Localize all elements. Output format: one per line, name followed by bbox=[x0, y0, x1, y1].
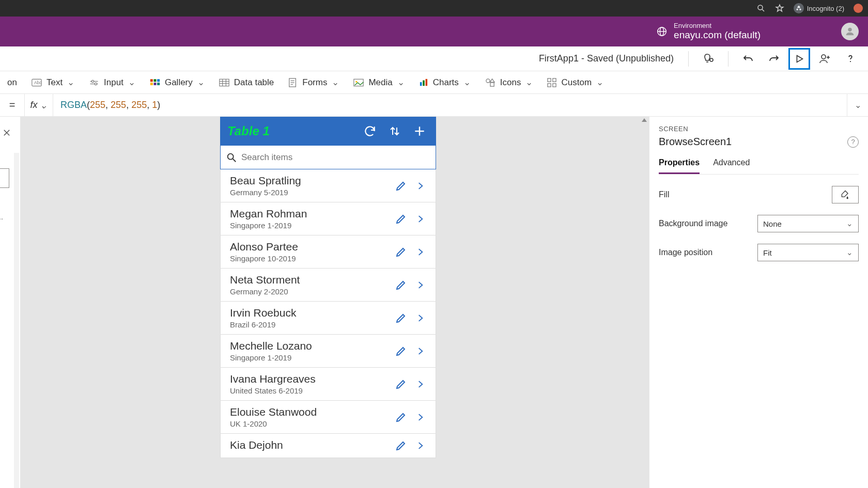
svg-rect-37 bbox=[423, 80, 425, 86]
list-item[interactable]: Mechelle Lozano Singapore 1-2019 bbox=[221, 335, 436, 368]
svg-point-39 bbox=[486, 78, 490, 82]
list-item[interactable]: Beau Spratling Germany 5-2019 bbox=[221, 169, 436, 202]
search-box[interactable] bbox=[220, 146, 436, 169]
svg-line-54 bbox=[233, 159, 236, 162]
help-button[interactable] bbox=[839, 49, 862, 69]
edit-icon[interactable] bbox=[393, 411, 409, 423]
preview-play-button[interactable] bbox=[788, 48, 810, 70]
chevron-right-icon[interactable] bbox=[413, 379, 428, 389]
item-title: Neta Storment bbox=[230, 274, 389, 286]
chevron-right-icon[interactable] bbox=[413, 440, 428, 451]
tab-properties[interactable]: Properties bbox=[659, 155, 700, 174]
fill-color-picker[interactable] bbox=[832, 186, 859, 203]
svg-rect-19 bbox=[150, 79, 153, 82]
insert-gallery[interactable]: Gallery ⌄ bbox=[150, 77, 205, 88]
edit-icon[interactable] bbox=[393, 213, 409, 225]
environment-picker[interactable]: Environment enayu.com (default) bbox=[656, 22, 761, 41]
edit-icon[interactable] bbox=[393, 439, 409, 452]
list-item[interactable]: Elouise Stanwood UK 1-2020 bbox=[221, 401, 436, 434]
separator bbox=[728, 51, 729, 67]
globe-icon bbox=[656, 26, 668, 37]
insert-data-table[interactable]: Data table bbox=[219, 77, 274, 88]
insert-text[interactable]: Abc Text ⌄ bbox=[32, 77, 74, 88]
chevron-right-icon[interactable] bbox=[413, 412, 428, 422]
property-selector[interactable]: = bbox=[0, 94, 25, 116]
bookmark-star-icon[interactable] bbox=[775, 4, 784, 13]
img-pos-value: Fit bbox=[763, 248, 772, 257]
chevron-right-icon[interactable] bbox=[413, 181, 428, 191]
separator bbox=[688, 51, 689, 67]
svg-point-0 bbox=[758, 5, 763, 10]
chevron-down-icon: ⌄ bbox=[197, 77, 205, 88]
undo-button[interactable] bbox=[737, 49, 760, 69]
tab-advanced[interactable]: Advanced bbox=[713, 155, 750, 174]
ribbon-fragment[interactable]: on bbox=[7, 77, 17, 88]
list-item[interactable]: Alonso Partee Singapore 10-2019 bbox=[221, 235, 436, 269]
item-subtitle: United States 6-2019 bbox=[230, 386, 389, 395]
insert-icons[interactable]: Icons ⌄ bbox=[485, 77, 533, 88]
share-button[interactable] bbox=[813, 49, 836, 69]
item-subtitle: Singapore 1-2019 bbox=[230, 221, 389, 230]
bg-image-dropdown[interactable]: None ⌄ bbox=[757, 215, 859, 232]
user-avatar[interactable] bbox=[841, 23, 859, 40]
chevron-right-icon[interactable] bbox=[413, 313, 428, 323]
insert-forms[interactable]: Forms ⌄ bbox=[288, 77, 339, 88]
tree-search-stub[interactable] bbox=[0, 168, 9, 188]
canvas-area[interactable]: Table 1 Beau Spratling Germany 5-2019 bbox=[21, 117, 649, 488]
svg-marker-41 bbox=[490, 78, 494, 82]
edit-icon[interactable] bbox=[393, 180, 409, 192]
profile-avatar-icon[interactable] bbox=[854, 4, 863, 13]
chevron-right-icon[interactable] bbox=[413, 214, 428, 224]
svg-text:Abc: Abc bbox=[34, 80, 41, 85]
incognito-indicator[interactable]: Incognito (2) bbox=[794, 3, 844, 13]
chevron-right-icon[interactable] bbox=[413, 346, 428, 356]
search-input[interactable] bbox=[241, 152, 430, 163]
app-checker-button[interactable] bbox=[697, 49, 720, 69]
browse-screen-preview[interactable]: Table 1 Beau Spratling Germany 5-2019 bbox=[220, 117, 436, 458]
more-icon[interactable]: .. bbox=[0, 213, 3, 221]
canvas-scroll-up[interactable] bbox=[641, 117, 648, 125]
svg-point-12 bbox=[850, 60, 851, 61]
insert-custom[interactable]: Custom ⌄ bbox=[547, 77, 603, 88]
fx-button[interactable]: fx ⌄ bbox=[25, 94, 53, 116]
edit-icon[interactable] bbox=[393, 246, 409, 258]
list-item[interactable]: Kia Dejohn bbox=[221, 434, 436, 458]
item-title: Ivana Hargreaves bbox=[230, 373, 389, 385]
insert-input[interactable]: Input ⌄ bbox=[89, 77, 135, 88]
browser-chrome: Incognito (2) bbox=[0, 0, 868, 17]
properties-tabs: Properties Advanced bbox=[659, 155, 859, 175]
item-title: Mechelle Lozano bbox=[230, 340, 389, 352]
item-subtitle: Singapore 10-2019 bbox=[230, 254, 389, 263]
svg-rect-36 bbox=[420, 82, 422, 86]
tree-scrollbar[interactable] bbox=[14, 153, 19, 488]
list-item[interactable]: Irvin Roebuck Brazil 6-2019 bbox=[221, 302, 436, 335]
label-icon: Abc bbox=[32, 78, 42, 87]
zoom-icon[interactable] bbox=[756, 4, 766, 13]
redo-button[interactable] bbox=[763, 49, 785, 69]
sort-button[interactable] bbox=[385, 122, 404, 140]
chevron-right-icon[interactable] bbox=[413, 247, 428, 257]
list-item[interactable]: Neta Storment Germany 2-2020 bbox=[221, 269, 436, 302]
chevron-right-icon[interactable] bbox=[413, 280, 428, 290]
insert-media[interactable]: Media ⌄ bbox=[353, 77, 404, 88]
svg-marker-48 bbox=[642, 118, 647, 122]
edit-icon[interactable] bbox=[393, 345, 409, 357]
img-pos-dropdown[interactable]: Fit ⌄ bbox=[757, 244, 859, 261]
add-button[interactable] bbox=[410, 122, 429, 140]
edit-icon[interactable] bbox=[393, 279, 409, 291]
expand-formula-button[interactable]: ⌄ bbox=[847, 100, 868, 110]
section-label: SCREEN bbox=[659, 125, 859, 133]
list-item[interactable]: Megan Rohman Singapore 1-2019 bbox=[221, 202, 436, 235]
list-item[interactable]: Ivana Hargreaves United States 6-2019 bbox=[221, 368, 436, 401]
edit-icon[interactable] bbox=[393, 312, 409, 324]
gallery-icon bbox=[150, 78, 160, 87]
insert-charts[interactable]: Charts ⌄ bbox=[419, 77, 471, 88]
info-icon[interactable]: ? bbox=[847, 136, 859, 148]
insert-ribbon: on Abc Text ⌄ Input ⌄ Gallery ⌄ Data tab… bbox=[0, 71, 868, 94]
close-icon[interactable] bbox=[2, 128, 11, 137]
item-title: Irvin Roebuck bbox=[230, 307, 389, 319]
formula-input[interactable]: RGBA(255, 255, 255, 1) bbox=[53, 94, 847, 116]
refresh-button[interactable] bbox=[361, 122, 379, 140]
edit-icon[interactable] bbox=[393, 378, 409, 390]
svg-point-35 bbox=[356, 81, 358, 82]
